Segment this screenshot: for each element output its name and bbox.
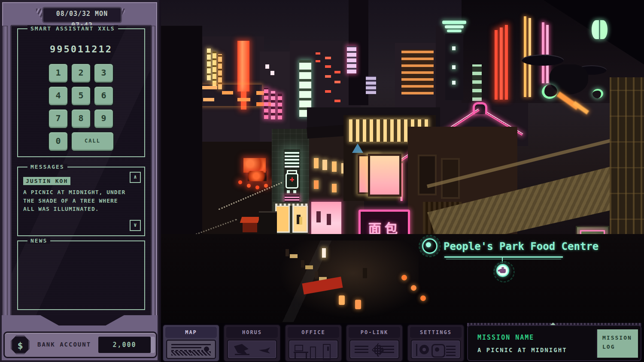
window-dot: [265, 64, 269, 69]
warm-window: [314, 158, 319, 168]
red-lantern: [238, 180, 242, 184]
nav-button-office[interactable]: OFFICE: [285, 324, 342, 362]
window-grid-orange: [401, 49, 434, 94]
phone-notch: [40, 315, 124, 325]
keypad-key-0[interactable]: 0: [49, 132, 68, 151]
table: [290, 254, 298, 258]
shop-window: [275, 205, 290, 233]
red-neon-sign: [243, 158, 266, 173]
neon-mega-strip: [237, 41, 249, 91]
scroll-up-button[interactable]: ∧: [130, 172, 141, 183]
keypad-key-6[interactable]: 6: [94, 86, 113, 106]
green-crescent-neon: [542, 85, 557, 99]
smart-assistant-phone: 08/03/32 MON 07:42 SMART ASSISTANT XXLS …: [0, 0, 161, 362]
window-dash: [237, 98, 250, 101]
keypad-key-8[interactable]: 8: [71, 109, 91, 128]
dollar-icon: $: [11, 335, 30, 354]
drone-rotor: [522, 55, 564, 66]
mission-title: MISSION NAME: [477, 334, 534, 341]
keypad-key-1[interactable]: 1: [49, 64, 68, 83]
nav-label-po-link: PO-LINK: [349, 327, 400, 338]
person-silhouette: [286, 249, 289, 256]
person-lit-white: [322, 248, 326, 258]
news-panel: NEWS: [17, 240, 145, 310]
window-dash: [202, 86, 217, 89]
mission-panel: MISSION NAME A PICNIC AT MIDNIGHT MISSIO…: [467, 325, 641, 361]
teapot-lid: [501, 267, 504, 269]
messages-panel: MESSAGES JUSTIN KOH A PICNIC AT MIDNIGHT…: [17, 167, 145, 236]
call-button[interactable]: CALL: [71, 132, 114, 151]
teapot-icon: [500, 269, 506, 273]
red-awning: [240, 217, 260, 223]
awning-trim: [275, 204, 308, 206]
nav-label-horus: HORUS: [226, 327, 278, 338]
scroll-down-button[interactable]: ∨: [130, 220, 141, 231]
phone-side-rail: [2, 26, 8, 326]
person-warm: [339, 295, 345, 305]
window-dash: [203, 98, 214, 101]
mission-log-button[interactable]: MISSION LOG: [596, 329, 638, 358]
neon-window-strip: [207, 49, 211, 80]
awning-stall: [243, 223, 257, 232]
nav-button-horus[interactable]: HORUS: [223, 324, 281, 362]
dialed-number-display: 995011212: [18, 44, 144, 55]
clock-display: 08/03/32 MON 07:42: [42, 7, 122, 23]
nav-button-po-link[interactable]: PO-LINK: [346, 324, 403, 362]
green-oval-sign: [592, 20, 599, 39]
mission-name: A PICNIC AT MIDNIGHT: [477, 347, 567, 353]
warm-window-large: [368, 154, 401, 197]
messages-title: MESSAGES: [27, 164, 67, 170]
bottom-nav-bar: MAP HORUS OFFICE: [161, 323, 644, 362]
dark-window: [418, 155, 437, 195]
message-body: A PICNIC AT MIDNIGHT, UNDER THE SHADE OF…: [23, 188, 129, 213]
nav-label-map: MAP: [165, 327, 217, 338]
po-link-icon: [349, 340, 399, 359]
office-icon: [289, 340, 338, 359]
message-sender[interactable]: JUSTIN KOH: [23, 177, 70, 185]
neon-window-strip: [278, 94, 282, 119]
location-underline-2: [446, 259, 561, 259]
keypad-key-5[interactable]: 5: [71, 86, 91, 106]
patio-light-pool: [273, 240, 419, 322]
keypad-key-9[interactable]: 9: [94, 109, 113, 128]
bank-balance-tab: [151, 337, 155, 353]
keypad-key-4[interactable]: 4: [49, 86, 68, 106]
target-reticle-core[interactable]: [426, 242, 431, 247]
window-grid: [366, 76, 376, 94]
window-dot: [270, 71, 274, 75]
red-cross-icon: [290, 177, 294, 182]
nav-button-map[interactable]: MAP: [162, 324, 220, 362]
neon-window-strip: [264, 88, 268, 119]
city-scene: 面包旅馆 东北食物: [161, 0, 644, 323]
truck: [259, 211, 277, 235]
person-silhouette: [316, 211, 321, 222]
nav-label-office: OFFICE: [288, 327, 339, 338]
window-dash: [222, 91, 233, 94]
news-title: NEWS: [27, 237, 50, 244]
nav-button-settings[interactable]: SETTINGS: [407, 324, 465, 362]
pink-neon-arch: [473, 102, 487, 114]
pagoda-neon-ring: [442, 21, 466, 24]
neon-window-grid: [347, 46, 356, 73]
person-silhouette: [363, 268, 367, 278]
settings-icon: [411, 340, 461, 359]
bank-account-label: BANK ACCOUNT: [37, 341, 91, 348]
window-grid-green: [472, 64, 482, 101]
pharmacy-sign-bars: [285, 150, 299, 167]
keypad-key-2[interactable]: 2: [71, 64, 91, 83]
orange-lantern: [401, 275, 407, 280]
game-screen: 面包旅馆 东北食物: [0, 0, 644, 362]
location-underline: [444, 256, 563, 258]
map-icon: [166, 340, 216, 359]
bank-account-bar: $ BANK ACCOUNT 2,000: [3, 332, 157, 358]
smart-assistant-title: SMART ASSISTANT XXLS: [27, 25, 118, 32]
green-crescent-neon: [592, 89, 603, 98]
horus-icon: [227, 340, 277, 359]
person-lit: [299, 217, 302, 225]
neon-window-strip: [213, 52, 216, 86]
keypad-key-3[interactable]: 3: [94, 64, 113, 83]
neon-window-strip: [218, 54, 222, 89]
nav-label-settings: SETTINGS: [410, 327, 462, 338]
location-label[interactable]: People's Park Food Centre: [444, 240, 598, 252]
keypad-key-7[interactable]: 7: [49, 109, 68, 128]
